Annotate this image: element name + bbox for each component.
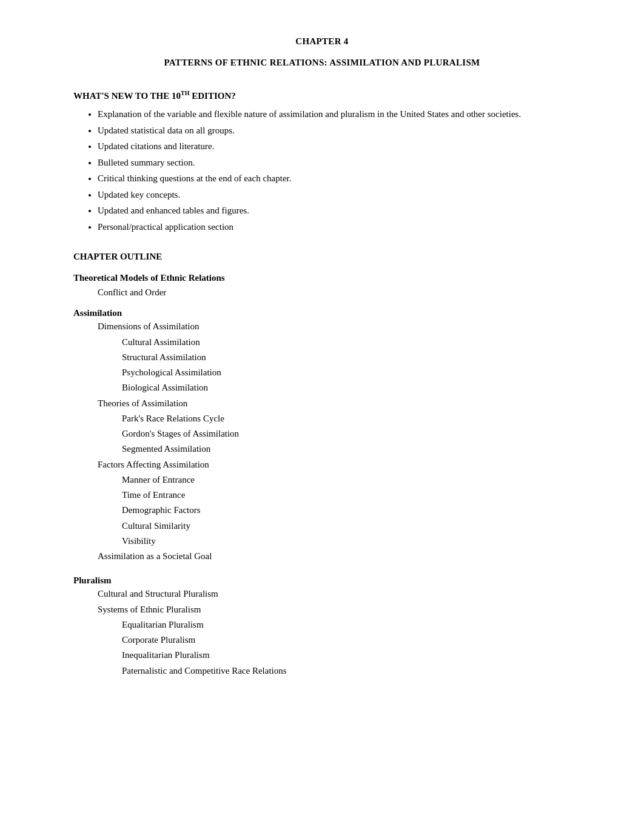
assimilation-societal-goal-item: Assimilation as a Societal Goal bbox=[73, 549, 571, 563]
theoretical-models-heading: Theoretical Models of Ethnic Relations bbox=[73, 273, 571, 283]
gordons-stages-item: Gordon's Stages of Assimilation bbox=[73, 427, 571, 441]
list-item: Updated citations and literature. bbox=[98, 139, 571, 153]
corporate-pluralism-item: Corporate Pluralism bbox=[73, 633, 571, 647]
equalitarian-pluralism-item: Equalitarian Pluralism bbox=[73, 618, 571, 632]
theories-label: Theories of Assimilation bbox=[73, 397, 571, 411]
factors-label: Factors Affecting Assimilation bbox=[73, 458, 571, 472]
assimilation-section: Assimilation Dimensions of Assimilation … bbox=[73, 308, 571, 563]
manner-entrance-item: Manner of Entrance bbox=[73, 473, 571, 487]
list-item: Explanation of the variable and flexible… bbox=[98, 107, 571, 121]
cultural-structural-pluralism-item: Cultural and Structural Pluralism bbox=[73, 587, 571, 601]
psychological-assimilation-item: Psychological Assimilation bbox=[73, 366, 571, 380]
pluralism-heading: Pluralism bbox=[73, 575, 571, 586]
list-item: Updated key concepts. bbox=[98, 188, 571, 202]
conflict-order-item: Conflict and Order bbox=[73, 286, 571, 300]
pluralism-section: Pluralism Cultural and Structural Plural… bbox=[73, 575, 571, 678]
parks-race-item: Park's Race Relations Cycle bbox=[73, 412, 571, 426]
chapter-outline-label: CHAPTER OUTLINE bbox=[73, 252, 571, 262]
cultural-assimilation-item: Cultural Assimilation bbox=[73, 335, 571, 349]
page-content: CHAPTER 4 PATTERNS OF ETHNIC RELATIONS: … bbox=[73, 36, 571, 678]
whats-new-heading: WHAT'S NEW TO THE 10TH EDITION? bbox=[73, 90, 571, 101]
inequalitarian-pluralism-item: Inequalitarian Pluralism bbox=[73, 648, 571, 662]
whats-new-list: Explanation of the variable and flexible… bbox=[73, 107, 571, 233]
visibility-item: Visibility bbox=[73, 534, 571, 548]
biological-assimilation-item: Biological Assimilation bbox=[73, 381, 571, 395]
systems-ethnic-pluralism-label: Systems of Ethnic Pluralism bbox=[73, 603, 571, 617]
segmented-assimilation-item: Segmented Assimilation bbox=[73, 442, 571, 456]
list-item: Critical thinking questions at the end o… bbox=[98, 172, 571, 186]
paternalistic-competitive-item: Paternalistic and Competitive Race Relat… bbox=[73, 664, 571, 678]
assimilation-heading: Assimilation bbox=[73, 308, 571, 318]
whats-new-section: WHAT'S NEW TO THE 10TH EDITION? Explanat… bbox=[73, 90, 571, 233]
chapter-title: CHAPTER 4 bbox=[73, 36, 571, 47]
list-item: Updated statistical data on all groups. bbox=[98, 124, 571, 138]
chapter-subtitle: PATTERNS OF ETHNIC RELATIONS: ASSIMILATI… bbox=[73, 58, 571, 68]
list-item: Bulleted summary section. bbox=[98, 156, 571, 170]
dimensions-label: Dimensions of Assimilation bbox=[73, 320, 571, 334]
list-item: Updated and enhanced tables and figures. bbox=[98, 204, 571, 218]
time-entrance-item: Time of Entrance bbox=[73, 488, 571, 502]
theoretical-models-section: Theoretical Models of Ethnic Relations C… bbox=[73, 273, 571, 300]
cultural-similarity-item: Cultural Similarity bbox=[73, 519, 571, 533]
list-item: Personal/practical application section bbox=[98, 220, 571, 234]
structural-assimilation-item: Structural Assimilation bbox=[73, 350, 571, 364]
demographic-factors-item: Demographic Factors bbox=[73, 503, 571, 517]
